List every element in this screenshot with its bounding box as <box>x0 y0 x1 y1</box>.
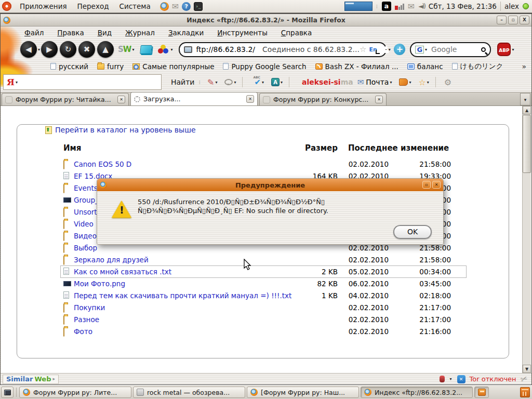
menubar-item-2[interactable]: Вид <box>98 29 112 37</box>
scroll-down-button[interactable]: ▼ <box>523 365 531 373</box>
small-task-button[interactable] <box>474 387 489 398</box>
bookmarks-overflow-chevron[interactable]: » <box>522 62 526 71</box>
search-engine-dropdown-icon[interactable]: ▾ <box>425 47 427 52</box>
help-launcher-icon[interactable]: ? <box>182 2 191 11</box>
back-button[interactable]: ◀ <box>20 41 37 58</box>
search-box[interactable]: G ▾ Google <box>410 42 491 57</box>
add-button[interactable]: + <box>394 44 405 55</box>
tab-list-dropdown-button[interactable]: ▾ <box>520 93 530 105</box>
tab-2[interactable]: Форум Фурри ру: Конкурс...✕ <box>259 93 387 105</box>
distro-logo-icon[interactable] <box>2 2 11 11</box>
file-row-12[interactable]: Покупки02.02.201021:17:00 <box>61 302 466 313</box>
parent-directory-link[interactable]: Перейти в каталог на уровень выше <box>45 126 196 134</box>
tab-close-button[interactable]: ✕ <box>246 95 254 103</box>
similarweb-dropdown-icon[interactable]: ▾ <box>132 47 134 52</box>
minimize-button[interactable]: – <box>497 16 507 24</box>
extension-box-icon[interactable] <box>140 45 152 54</box>
yandex-mail-icon[interactable]: ✉ <box>357 77 364 87</box>
yandex-find-button[interactable]: Найти <box>171 78 194 86</box>
similarweb-status-button[interactable]: SimilarWeb▸ <box>3 375 59 384</box>
file-link[interactable]: Зеркало для друзей <box>74 254 149 265</box>
bookmark-item-1[interactable]: furry <box>97 62 124 71</box>
dialog-maximize-button[interactable]: ▫ <box>422 181 431 189</box>
vertical-scrollbar[interactable]: ▲ ▼ <box>522 106 531 373</box>
tor-status-text[interactable]: Tor отключен <box>470 375 516 383</box>
tray-a-icon[interactable]: a <box>382 2 391 11</box>
menubar-item-1[interactable]: Правка <box>57 29 84 37</box>
menubar-item-5[interactable]: Инструменты <box>217 29 268 37</box>
circles-dropdown-icon[interactable]: ▾ <box>170 47 172 52</box>
mail-launcher-icon[interactable]: ✉ <box>172 2 179 11</box>
panel-clock[interactable]: Сбт, 13 Фев, 21:36 <box>429 2 497 10</box>
yandex-favorites-button[interactable]: ☆▾ <box>418 77 430 87</box>
menubar-item-4[interactable]: Закладки <box>168 29 204 37</box>
url-history-dropdown-icon[interactable]: ▾ <box>389 47 391 52</box>
file-link[interactable]: Выбор <box>74 242 97 254</box>
site-identity-icon[interactable] <box>184 46 192 53</box>
tab-close-button[interactable]: ✕ <box>117 96 125 103</box>
settings-gear-icon[interactable]: ⚙ <box>444 77 451 87</box>
bookmark-item-4[interactable]: Bash ZX - Филиал ... <box>315 62 398 71</box>
file-link[interactable]: Как со мной связаться .txt <box>74 266 171 277</box>
yandex-pencil-button[interactable]: ✎▾ <box>207 77 218 87</box>
network-monitor-icon[interactable] <box>395 3 404 10</box>
file-row-10[interactable]: Мои Фото.png82 KB06.02.201003:45:00 <box>61 278 466 289</box>
foxyproxy-icon[interactable]: ✕ <box>457 375 466 383</box>
bookmark-item-5[interactable]: баланс <box>407 62 443 71</box>
window-preview-applet[interactable] <box>344 2 373 11</box>
file-link[interactable]: Мои Фото.png <box>74 278 125 289</box>
bookmark-star-icon[interactable]: ☆ <box>360 45 366 54</box>
toolbar-resize-handle[interactable]: ⁞ <box>198 79 201 86</box>
similarweb-toolbar-button[interactable]: SW <box>118 45 131 54</box>
bookmark-item-3[interactable]: Puppy Google Search <box>223 62 306 71</box>
menubar-item-0[interactable]: Файл <box>24 29 44 37</box>
up-button[interactable]: ▲ <box>97 41 114 58</box>
file-link[interactable]: Перед тем как скачивать прочти краткий м… <box>74 290 291 301</box>
extension-circles-icon[interactable] <box>158 45 169 54</box>
back-dropdown-icon[interactable]: ▾ <box>38 47 40 52</box>
file-row-0[interactable]: Canon EOS 50 D02.02.201021:58:00 <box>61 158 466 170</box>
url-text[interactable]: ftp://86.62.83.2/ <box>196 45 255 54</box>
ok-button[interactable]: OK <box>393 225 432 239</box>
url-bar[interactable]: ftp://86.62.83.2/ Соединено с 86.62.83.2… <box>179 42 387 57</box>
panel-menu-applications[interactable]: Приложения <box>16 1 71 11</box>
firefox-launcher-icon[interactable] <box>160 2 169 11</box>
bookmark-item-2[interactable]: Самые популярные <box>132 62 214 71</box>
taskbar-window-1[interactable]: rock metal — обозрева... <box>133 387 245 398</box>
file-row-9[interactable]: Как со мной связаться .txt2 KB05.02.2010… <box>61 266 466 277</box>
applet-drag-handle[interactable]: ⁞ <box>376 4 378 9</box>
adblock-plus-icon[interactable]: ABP <box>497 43 511 56</box>
forward-button[interactable]: ▶ <box>41 41 58 58</box>
file-link[interactable]: Unsort <box>74 206 97 218</box>
column-header-name[interactable]: Имя <box>63 143 81 154</box>
file-link[interactable]: Разное <box>74 314 99 325</box>
file-link[interactable]: Group_ <box>74 194 99 206</box>
file-row-13[interactable]: Разное02.02.201021:17:00 <box>61 314 466 325</box>
spellcheck-button[interactable]: ABC✔▾ <box>254 77 265 87</box>
abp-dropdown-icon[interactable]: ▾ <box>512 47 514 52</box>
bookmark-item-6[interactable]: けものリンク <box>452 62 503 71</box>
file-link[interactable]: Events <box>74 182 98 194</box>
yandex-dropdown-icon[interactable]: ▾ <box>16 80 18 85</box>
show-desktop-button[interactable] <box>1 387 14 398</box>
bookmark-item-0[interactable]: русский <box>50 62 88 71</box>
taskbar-window-2[interactable]: [Форум Фурри ру: Наш... <box>247 387 359 398</box>
terminal-launcher-icon[interactable]: ›_ <box>194 2 203 11</box>
search-go-icon[interactable] <box>481 47 486 52</box>
file-link[interactable]: Video <box>74 218 94 230</box>
reload-button[interactable]: ↻ <box>60 41 76 58</box>
close-button[interactable]: X <box>520 16 529 24</box>
file-link[interactable]: Фото <box>74 326 92 337</box>
file-row-14[interactable]: Фото02.02.201021:16:00 <box>61 326 466 337</box>
yandex-comments-button[interactable]: ▾ <box>224 79 237 85</box>
statusbar-extension-icon[interactable] <box>440 376 445 382</box>
panel-menu-system[interactable]: Система <box>115 1 155 11</box>
file-link[interactable]: Canon EOS 50 D <box>74 158 131 170</box>
taskbar-window-0[interactable]: Форум Фурри ру: Лите... <box>19 387 131 398</box>
dialog-close-button[interactable]: ✕ <box>432 181 441 189</box>
google-engine-icon[interactable]: G <box>415 46 424 54</box>
menubar-item-3[interactable]: Журнал <box>125 29 155 37</box>
scissors-icon[interactable]: ✂ <box>519 373 529 384</box>
translate-en-icon[interactable]: En <box>369 46 377 53</box>
translate-button[interactable]: А▾ <box>271 78 284 86</box>
